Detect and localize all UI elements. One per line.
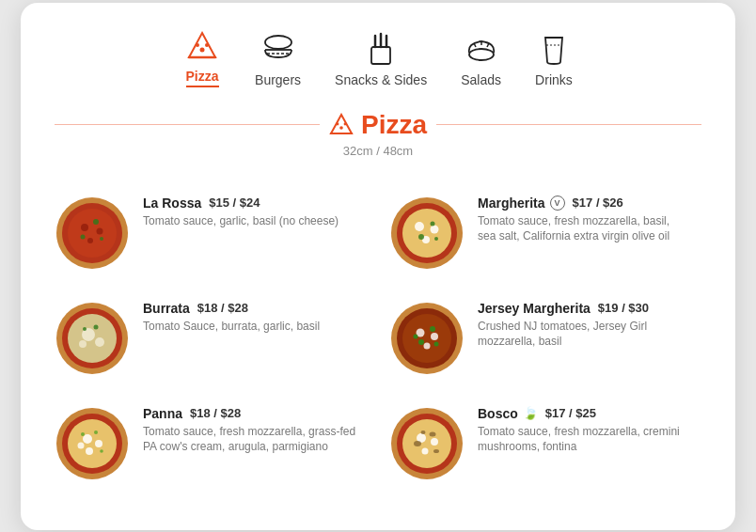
- burrata-image: [55, 301, 130, 376]
- margherita-info: Margherita V $17 / $26 Tomato sauce, fre…: [478, 196, 690, 245]
- svg-point-60: [83, 434, 92, 444]
- la-rossa-name: La Rossa: [143, 196, 201, 211]
- svg-point-71: [431, 438, 438, 446]
- menu-item-burrata: Burrata $18 / $28 Tomato Sauce, burrata,…: [55, 286, 378, 391]
- bosco-name: Bosco 🍃: [478, 406, 538, 421]
- svg-point-1: [196, 43, 199, 47]
- menu-item-bosco: Bosco 🍃 $17 / $25 Tomato sauce, fresh mo…: [378, 391, 701, 496]
- section-header: Pizza: [55, 110, 701, 140]
- svg-point-44: [79, 340, 87, 348]
- svg-point-34: [431, 225, 439, 233]
- nav-item-salads[interactable]: Salads: [461, 33, 501, 87]
- la-rossa-desc: Tomato sauce, garlic, basil (no cheese): [143, 213, 367, 229]
- drinks-icon: [535, 33, 573, 67]
- svg-rect-7: [371, 47, 390, 64]
- margherita-desc: Tomato sauce, fresh mozzarella, basil, s…: [478, 213, 690, 245]
- nav-label-burgers: Burgers: [255, 72, 301, 87]
- burrata-price: $18 / $28: [197, 301, 248, 315]
- menu-item-jersey-margherita: Jersey Margherita $19 / $30 Crushed NJ t…: [378, 286, 701, 391]
- fries-icon: [362, 33, 400, 67]
- nav-item-snacks[interactable]: Snacks & Sides: [335, 33, 427, 87]
- burrata-info: Burrata $18 / $28 Tomato Sauce, burrata,…: [143, 301, 367, 335]
- svg-point-51: [431, 333, 438, 340]
- svg-point-55: [434, 341, 439, 346]
- svg-point-18: [337, 122, 339, 125]
- svg-point-33: [415, 222, 424, 231]
- svg-point-36: [418, 234, 424, 240]
- svg-point-45: [94, 324, 99, 329]
- nav-label-snacks: Snacks & Sides: [335, 72, 427, 87]
- svg-point-59: [68, 419, 117, 468]
- section-line-left: [55, 124, 320, 126]
- svg-point-49: [402, 314, 451, 363]
- bosco-info: Bosco 🍃 $17 / $25 Tomato sauce, fresh mo…: [478, 406, 690, 456]
- category-nav: Pizza Burgers: [55, 29, 701, 87]
- svg-point-74: [430, 431, 436, 436]
- section-pizza-icon: [329, 113, 354, 137]
- svg-point-46: [83, 327, 87, 331]
- svg-point-61: [95, 440, 102, 447]
- svg-point-2: [205, 43, 209, 47]
- nav-item-drinks[interactable]: Drinks: [535, 33, 573, 87]
- svg-point-72: [422, 447, 429, 454]
- svg-point-17: [339, 126, 343, 130]
- nav-label-drinks: Drinks: [535, 72, 573, 87]
- burrata-name: Burrata: [143, 301, 190, 316]
- svg-point-23: [68, 209, 117, 258]
- svg-line-12: [474, 43, 476, 47]
- svg-point-29: [100, 237, 103, 241]
- menu-card: Pizza Burgers: [21, 3, 735, 530]
- bosco-leaf-icon: 🍃: [523, 406, 538, 420]
- svg-point-0: [200, 47, 205, 52]
- nav-label-pizza: Pizza: [186, 69, 219, 87]
- svg-point-54: [430, 326, 435, 332]
- bosco-desc: Tomato sauce, fresh mozzarella, cremini …: [478, 424, 690, 456]
- menu-item-panna: Panna $18 / $28 Tomato sauce, fresh mozz…: [55, 391, 378, 496]
- svg-point-19: [344, 122, 347, 125]
- svg-point-43: [95, 337, 104, 347]
- nav-item-pizza[interactable]: Pizza: [183, 29, 221, 87]
- pizza-icon: [183, 29, 221, 63]
- margherita-name: Margherita V: [478, 196, 565, 211]
- jersey-margherita-name: Jersey Margherita: [478, 301, 591, 316]
- svg-point-56: [414, 334, 418, 338]
- jersey-margherita-desc: Crushed NJ tomatoes, Jersey Girl mozzare…: [478, 319, 690, 351]
- svg-point-65: [81, 432, 85, 436]
- la-rossa-price: $15 / $24: [209, 196, 260, 210]
- svg-point-69: [402, 419, 451, 468]
- jersey-margherita-info: Jersey Margherita $19 / $30 Crushed NJ t…: [478, 301, 690, 351]
- panna-info: Panna $18 / $28 Tomato sauce, fresh mozz…: [143, 406, 367, 456]
- svg-point-75: [433, 449, 439, 453]
- svg-point-62: [86, 447, 93, 455]
- menu-item-margherita: Margherita V $17 / $26 Tomato sauce, fre…: [378, 180, 701, 286]
- menu-grid: La Rossa $15 / $24 Tomato sauce, garlic,…: [55, 180, 701, 496]
- nav-label-salads: Salads: [461, 72, 501, 87]
- svg-point-26: [87, 238, 93, 243]
- svg-point-64: [94, 430, 98, 434]
- svg-point-73: [414, 441, 421, 446]
- svg-point-63: [78, 442, 85, 448]
- svg-line-14: [487, 43, 489, 47]
- svg-point-52: [424, 342, 431, 349]
- svg-point-28: [81, 234, 86, 239]
- svg-point-4: [265, 36, 291, 49]
- svg-point-76: [421, 430, 426, 434]
- nav-item-burgers[interactable]: Burgers: [255, 33, 301, 87]
- menu-item-la-rossa: La Rossa $15 / $24 Tomato sauce, garlic,…: [55, 180, 378, 286]
- margherita-price: $17 / $26: [573, 196, 623, 210]
- svg-point-11: [469, 49, 494, 60]
- jersey-margherita-price: $19 / $30: [598, 301, 649, 315]
- panna-desc: Tomato sauce, fresh mozzarella, grass-fe…: [143, 424, 367, 456]
- burger-icon: [260, 33, 297, 67]
- svg-point-32: [402, 209, 451, 258]
- la-rossa-image: [55, 196, 130, 271]
- salad-icon: [463, 33, 500, 67]
- section-title: Pizza: [329, 110, 427, 140]
- bosco-price: $17 / $25: [545, 406, 596, 420]
- svg-point-66: [100, 449, 103, 453]
- svg-point-25: [97, 227, 103, 234]
- svg-point-24: [81, 224, 88, 231]
- section-subtitle: 32cm / 48cm: [55, 144, 701, 158]
- margherita-badge: V: [550, 196, 565, 211]
- section-line-right: [436, 124, 701, 126]
